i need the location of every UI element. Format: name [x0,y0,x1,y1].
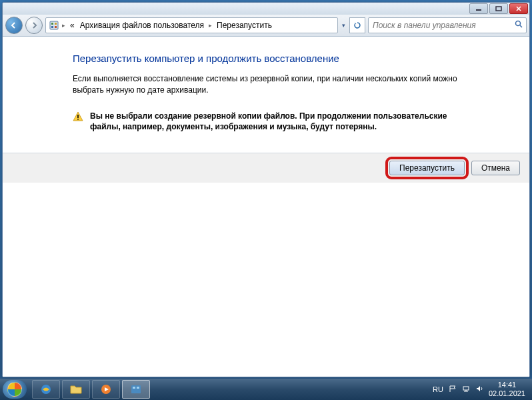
forward-button[interactable] [25,17,43,34]
language-indicator[interactable]: RU [433,385,443,393]
svg-rect-6 [55,26,57,28]
control-panel-window: ▸ « Архивация файлов пользователя ▸ Пере… [2,2,530,377]
warning-icon [73,111,83,122]
svg-line-8 [520,25,522,27]
flag-icon[interactable] [449,385,457,395]
search-icon[interactable] [515,20,523,31]
clock-time: 14:41 [489,381,525,389]
taskbar-media-icon[interactable] [92,380,120,399]
svg-rect-14 [133,387,135,389]
body-text: Если выполняется восстановление системы … [73,73,459,96]
restart-button[interactable]: Перезапустить [389,161,465,175]
warning-text: Вы не выбрали создание резервной копии ф… [90,111,459,133]
svg-rect-13 [131,385,141,393]
titlebar [3,3,529,15]
svg-rect-5 [51,26,53,28]
volume-icon[interactable] [475,385,483,395]
maximize-button[interactable] [489,3,508,14]
system-tray: RU 14:41 02.01.2021 [433,381,529,398]
breadcrumb-item-restart[interactable]: Перезапустить [215,21,274,30]
search-input[interactable] [371,20,515,31]
svg-rect-15 [137,387,139,389]
content-area: Перезапустить компьютер и продолжить вос… [3,37,529,377]
clock-date: 02.01.2021 [489,389,525,398]
refresh-button[interactable] [349,17,365,33]
start-button[interactable] [3,380,27,399]
svg-rect-0 [476,9,481,11]
taskbar-ie-icon[interactable] [32,380,60,399]
taskbar-control-panel-icon[interactable] [122,380,150,399]
svg-rect-4 [55,23,57,25]
breadcrumb-prefix[interactable]: « [68,21,77,30]
dropdown-chevron-icon[interactable]: ▾ [341,22,347,29]
search-box[interactable] [368,17,527,33]
minimize-button[interactable] [469,3,488,14]
desktop: ▸ « Архивация файлов пользователя ▸ Пере… [0,0,532,400]
control-panel-icon [49,20,59,31]
breadcrumb-item-backup[interactable]: Архивация файлов пользователя [78,21,206,30]
navbar: ▸ « Архивация файлов пользователя ▸ Пере… [3,15,529,37]
taskbar-explorer-icon[interactable] [62,380,90,399]
page-heading: Перезапустить компьютер и продолжить вос… [73,53,459,64]
svg-rect-16 [463,387,469,390]
back-button[interactable] [5,17,23,34]
chevron-icon: ▸ [61,22,67,29]
network-icon[interactable] [462,385,470,395]
warning-row: Вы не выбрали создание резервной копии ф… [73,111,459,133]
svg-rect-2 [50,21,58,29]
svg-rect-10 [77,119,79,120]
cancel-button[interactable]: Отмена [471,161,520,175]
close-button[interactable] [509,3,528,14]
chevron-icon: ▸ [207,22,213,29]
svg-rect-1 [496,7,501,11]
taskbar: RU 14:41 02.01.2021 [0,379,532,400]
breadcrumb[interactable]: ▸ « Архивация файлов пользователя ▸ Пере… [45,17,338,33]
svg-rect-3 [51,23,53,25]
button-row: Перезапустить Отмена [3,153,529,183]
windows-logo-icon [7,382,22,397]
clock[interactable]: 14:41 02.01.2021 [489,381,525,398]
svg-rect-9 [77,115,79,118]
svg-point-7 [516,21,521,26]
